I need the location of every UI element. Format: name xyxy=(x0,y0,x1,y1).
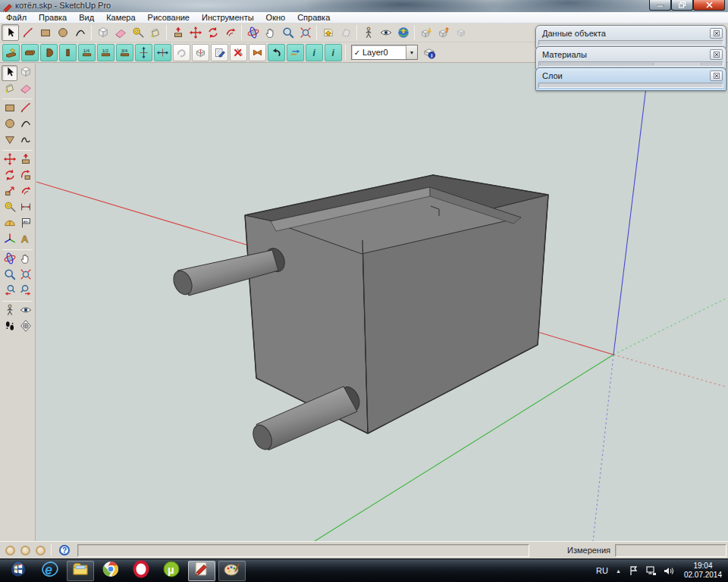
orbit-tool-button[interactable] xyxy=(244,24,262,41)
make-component-button[interactable] xyxy=(17,65,33,81)
pan-tool-button[interactable] xyxy=(17,252,33,268)
model-viewport[interactable] xyxy=(36,64,728,541)
panel-2-collapsed-content[interactable] xyxy=(538,61,723,67)
offset-tool-button[interactable] xyxy=(221,24,239,41)
push-pull-tool-button[interactable] xyxy=(17,152,33,168)
show-hidden-icons[interactable]: ▲ xyxy=(616,568,621,574)
select-tool-button[interactable] xyxy=(2,24,19,41)
move-tool-button[interactable] xyxy=(187,24,204,41)
framing-block-button[interactable] xyxy=(59,44,77,61)
menu-2[interactable]: Правка xyxy=(33,12,73,23)
panel-scrollbar-end[interactable] xyxy=(701,63,722,65)
action-center-icon[interactable] xyxy=(629,566,639,576)
status-indicator-1[interactable] xyxy=(5,546,15,555)
arc-tool-button[interactable] xyxy=(17,117,33,133)
arc-tool-button[interactable] xyxy=(71,24,89,41)
framing-bowtie-button[interactable] xyxy=(249,44,266,61)
taskbar-opera[interactable] xyxy=(127,561,155,581)
get-models-button[interactable] xyxy=(417,24,435,41)
framing-board-button[interactable] xyxy=(21,44,39,61)
tape-measure-tool-button[interactable] xyxy=(129,24,146,41)
next-view-button[interactable] xyxy=(337,24,354,41)
taskbar-explorer[interactable] xyxy=(67,561,94,581)
close-button[interactable] xyxy=(693,0,725,11)
framing-center-arrows-button[interactable] xyxy=(154,44,171,61)
eraser-tool-button[interactable] xyxy=(17,81,33,97)
framing-draw-button[interactable] xyxy=(2,44,20,61)
status-indicator-3[interactable] xyxy=(36,546,46,555)
position-camera-button[interactable] xyxy=(359,24,377,41)
paint-bucket-tool-button[interactable] xyxy=(146,24,164,41)
text-tool-button[interactable]: ABC xyxy=(17,216,33,232)
restore-button[interactable] xyxy=(671,0,693,11)
protractor-tool-button[interactable] xyxy=(2,216,17,232)
taskbar-sketchup[interactable] xyxy=(188,561,215,581)
panel-2-titlebar[interactable]: Материалы xyxy=(536,47,726,61)
panel-3-titlebar[interactable]: Слои xyxy=(536,68,726,83)
framing-half-button[interactable]: 1/2 xyxy=(97,44,115,61)
polygon-tool-button[interactable] xyxy=(2,133,17,149)
rotate-tool-button[interactable] xyxy=(2,168,17,184)
tape-measure-tool-button[interactable] xyxy=(2,200,17,216)
framing-edit-note-button[interactable] xyxy=(211,44,228,61)
framing-axis-arrow-button[interactable] xyxy=(287,44,304,61)
measurements-input[interactable] xyxy=(615,544,726,557)
share-model-button[interactable] xyxy=(435,24,452,41)
position-camera-button[interactable] xyxy=(2,303,17,319)
select-tool-button[interactable] xyxy=(2,65,17,81)
taskbar-utorrent[interactable]: µ xyxy=(158,561,185,581)
zoom-tool-button[interactable] xyxy=(2,268,17,283)
framing-undo-button[interactable] xyxy=(268,44,285,61)
framing-vertical-arrows-button[interactable] xyxy=(135,44,152,61)
framing-swirl-button[interactable] xyxy=(173,44,190,61)
framing-box-button[interactable] xyxy=(192,44,209,61)
start-button[interactable] xyxy=(3,561,33,581)
eraser-tool-button[interactable] xyxy=(111,24,129,41)
menu-6[interactable]: Инструменты xyxy=(196,12,260,23)
taskbar-paint[interactable] xyxy=(218,561,246,581)
zoom-extents-button[interactable] xyxy=(17,268,33,283)
help-icon[interactable]: ? xyxy=(59,545,70,555)
panel-1-close-icon[interactable] xyxy=(710,28,723,39)
scale-tool-button[interactable] xyxy=(2,184,17,200)
freehand-tool-button[interactable] xyxy=(17,133,33,149)
follow-me-tool-button[interactable] xyxy=(17,168,33,184)
menu-4[interactable]: Камера xyxy=(100,12,141,23)
menu-3[interactable]: Вид xyxy=(73,12,100,23)
make-component-button[interactable] xyxy=(94,24,111,41)
network-icon[interactable] xyxy=(645,566,657,576)
framing-quarter-button[interactable]: 1/4 xyxy=(78,44,96,61)
zoom-previous-button[interactable] xyxy=(2,283,17,299)
offset-tool-button[interactable] xyxy=(17,184,33,200)
panel-2-close-icon[interactable] xyxy=(710,49,723,60)
framing-info-2-button[interactable]: i xyxy=(325,44,342,61)
panel-1-titlebar[interactable]: Данные объекта xyxy=(536,26,726,40)
push-pull-tool-button[interactable] xyxy=(169,24,187,41)
zoom-tool-button[interactable] xyxy=(279,24,297,41)
framing-delete-button[interactable] xyxy=(230,44,247,61)
look-around-button[interactable] xyxy=(17,303,33,319)
tray-clock[interactable]: 19:04 02.07.2014 xyxy=(684,562,722,580)
axes-tool-button[interactable] xyxy=(2,232,17,248)
framing-info-1-button[interactable]: i xyxy=(306,44,323,61)
menu-1[interactable]: Файл xyxy=(0,12,33,23)
zoom-extents-button[interactable] xyxy=(297,24,314,41)
framing-threequarter-button[interactable]: 3/4 xyxy=(116,44,133,61)
framing-halfround-button[interactable] xyxy=(40,44,58,61)
paint-bucket-tool-button[interactable] xyxy=(2,81,17,97)
section-plane-tool-button[interactable] xyxy=(17,319,33,335)
panel-scrollbar-thumb[interactable] xyxy=(540,63,654,65)
taskbar-internet-explorer[interactable]: e xyxy=(36,561,64,581)
rotate-tool-button[interactable] xyxy=(204,24,221,41)
component-options-button[interactable] xyxy=(452,24,469,41)
line-tool-button[interactable] xyxy=(19,24,36,41)
rectangle-tool-button[interactable] xyxy=(36,24,54,41)
zoom-next-button[interactable] xyxy=(17,283,33,299)
panel-3-close-icon[interactable] xyxy=(710,70,723,81)
menu-7[interactable]: Окно xyxy=(260,12,292,23)
taskbar-chrome[interactable] xyxy=(97,561,124,581)
circle-tool-button[interactable] xyxy=(2,117,17,133)
3d-text-tool-button[interactable]: A xyxy=(17,232,33,248)
orbit-tool-button[interactable] xyxy=(2,252,17,268)
menu-5[interactable]: Рисование xyxy=(142,12,196,23)
